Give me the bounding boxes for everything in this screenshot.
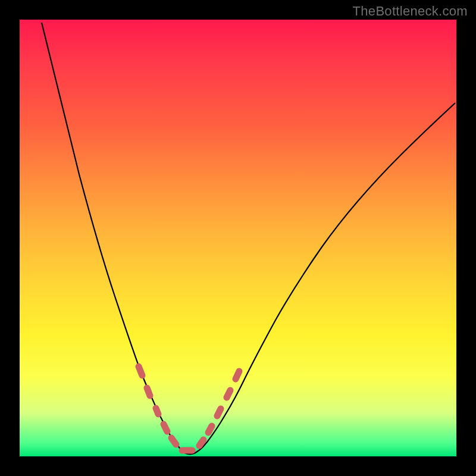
svg-line-7	[208, 426, 212, 433]
svg-line-2	[156, 408, 158, 414]
watermark-text: TheBottleneck.com	[353, 4, 468, 19]
svg-line-8	[217, 409, 221, 416]
chart-frame: TheBottleneck.com	[0, 0, 476, 476]
plot-area	[20, 20, 456, 456]
svg-line-0	[139, 367, 142, 375]
svg-line-9	[227, 390, 230, 397]
svg-line-6	[199, 440, 203, 446]
svg-line-1	[147, 388, 150, 396]
dots-bottom	[171, 438, 203, 450]
dots-right-branch	[208, 371, 239, 433]
svg-line-4	[171, 438, 176, 444]
svg-line-3	[164, 424, 167, 431]
chart-svg	[20, 20, 456, 456]
svg-line-10	[236, 371, 239, 379]
bottleneck-curve	[42, 23, 455, 454]
